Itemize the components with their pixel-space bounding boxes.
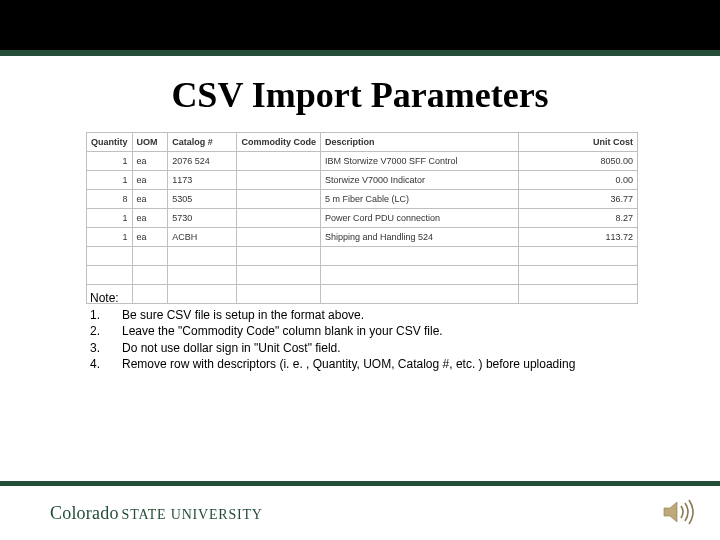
cell-qty: 1: [87, 171, 133, 190]
cell-cost: 8050.00: [518, 152, 637, 171]
cell-cost: 8.27: [518, 209, 637, 228]
cell-commodity: [237, 171, 321, 190]
cell-commodity: [237, 209, 321, 228]
logo-part1: Colorado: [50, 503, 119, 524]
cell-qty: 1: [87, 209, 133, 228]
cell-desc: 5 m Fiber Cable (LC): [321, 190, 519, 209]
table-row: 1 ea 2076 524 IBM Storwize V7000 SFF Con…: [87, 152, 638, 171]
col-commodity: Commodity Code: [237, 133, 321, 152]
note-item: 3. Do not use dollar sign in "Unit Cost"…: [90, 340, 670, 356]
note-item: 4. Remove row with descriptors (i. e. , …: [90, 356, 670, 372]
cell-uom: ea: [132, 171, 168, 190]
cell-catalog: 5305: [168, 190, 237, 209]
col-quantity: Quantity: [87, 133, 133, 152]
note-text: Be sure CSV file is setup in the format …: [122, 307, 364, 323]
cell-uom: ea: [132, 190, 168, 209]
table-row: 1 ea 5730 Power Cord PDU connection 8.27: [87, 209, 638, 228]
cell-commodity: [237, 190, 321, 209]
cell-cost: 0.00: [518, 171, 637, 190]
cell-catalog: 2076 524: [168, 152, 237, 171]
table-row: 8 ea 5305 5 m Fiber Cable (LC) 36.77: [87, 190, 638, 209]
notes-block: Note: 1. Be sure CSV file is setup in th…: [90, 290, 670, 372]
note-text: Leave the "Commodity Code" column blank …: [122, 323, 443, 339]
col-uom: UOM: [132, 133, 168, 152]
cell-desc: Storwize V7000 Indicator: [321, 171, 519, 190]
cell-desc: Power Cord PDU connection: [321, 209, 519, 228]
table-row: 1 ea 1173 Storwize V7000 Indicator 0.00: [87, 171, 638, 190]
cell-uom: ea: [132, 209, 168, 228]
table-row-empty: [87, 247, 638, 266]
col-description: Description: [321, 133, 519, 152]
note-item: 1. Be sure CSV file is setup in the form…: [90, 307, 670, 323]
cell-uom: ea: [132, 152, 168, 171]
col-catalog: Catalog #: [168, 133, 237, 152]
speaker-icon: [662, 498, 696, 526]
note-number: 4.: [90, 356, 122, 372]
cell-cost: 36.77: [518, 190, 637, 209]
note-number: 2.: [90, 323, 122, 339]
cell-catalog: 1173: [168, 171, 237, 190]
cell-qty: 1: [87, 228, 133, 247]
notes-heading: Note:: [90, 290, 670, 306]
table-header-row: Quantity UOM Catalog # Commodity Code De…: [87, 133, 638, 152]
note-text: Remove row with descriptors (i. e. , Qua…: [122, 356, 575, 372]
cell-catalog: 5730: [168, 209, 237, 228]
cell-desc: IBM Storwize V7000 SFF Control: [321, 152, 519, 171]
logo-part2: State University: [122, 507, 263, 523]
csv-table: Quantity UOM Catalog # Commodity Code De…: [86, 132, 638, 304]
table-row-empty: [87, 266, 638, 285]
cell-uom: ea: [132, 228, 168, 247]
csu-logo: Colorado State University: [50, 503, 263, 524]
col-unitcost: Unit Cost: [518, 133, 637, 152]
cell-commodity: [237, 228, 321, 247]
slide-title: CSV Import Parameters: [0, 74, 720, 116]
footer-green-band: [0, 481, 720, 486]
header-green-band: [0, 50, 720, 56]
header-black-band: [0, 0, 720, 50]
table-row: 1 ea ACBH Shipping and Handling 524 113.…: [87, 228, 638, 247]
cell-desc: Shipping and Handling 524: [321, 228, 519, 247]
note-text: Do not use dollar sign in "Unit Cost" fi…: [122, 340, 341, 356]
note-item: 2. Leave the "Commodity Code" column bla…: [90, 323, 670, 339]
svg-marker-0: [664, 502, 677, 522]
cell-commodity: [237, 152, 321, 171]
note-number: 1.: [90, 307, 122, 323]
cell-cost: 113.72: [518, 228, 637, 247]
cell-catalog: ACBH: [168, 228, 237, 247]
note-number: 3.: [90, 340, 122, 356]
cell-qty: 1: [87, 152, 133, 171]
cell-qty: 8: [87, 190, 133, 209]
